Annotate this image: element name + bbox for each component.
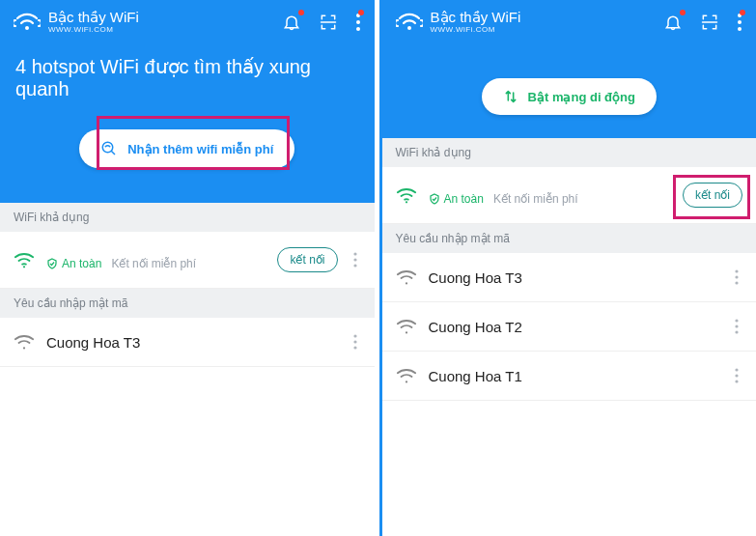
connect-button[interactable]: kết nối	[277, 247, 337, 272]
header: Bậc thầy WiFi WWW.WiFi.COM 4 hotspot WiF…	[0, 0, 375, 203]
section-needpw: Yêu cầu nhập mật mã	[0, 289, 375, 318]
section-available: WiFi khả dụng	[382, 138, 757, 167]
headline: 4 hotspot WiFi được tìm thấy xung quanh	[15, 55, 359, 100]
svg-point-21	[735, 282, 738, 285]
svg-point-24	[735, 325, 738, 328]
app-name: Bậc thầy WiFi	[431, 10, 521, 26]
network-name: Cuong Hoa T3	[429, 269, 720, 286]
svg-point-4	[102, 143, 113, 154]
available-network-row[interactable]: An toàn Kết nối miễn phí kết nối	[382, 167, 757, 224]
svg-point-12	[353, 347, 356, 350]
app-name: Bậc thầy WiFi	[48, 10, 139, 26]
svg-point-0	[25, 26, 29, 30]
cta-label: Bật mạng di động	[528, 90, 635, 104]
left-pane: Bậc thầy WiFi WWW.WiFi.COM 4 hotspot WiF…	[0, 0, 375, 536]
svg-point-10	[353, 335, 356, 338]
row-more-icon[interactable]	[350, 334, 361, 350]
safe-badge: An toàn	[429, 192, 484, 206]
svg-point-20	[735, 276, 738, 279]
wifi-signal-icon	[14, 333, 35, 351]
svg-point-6	[353, 253, 356, 256]
logo: Bậc thầy WiFi WWW.WiFi.COM	[396, 10, 657, 34]
svg-point-26	[405, 381, 406, 383]
scan-icon[interactable]	[319, 13, 338, 32]
row-more-icon[interactable]	[350, 252, 361, 268]
svg-point-8	[353, 265, 356, 268]
section-needpw: Yêu cầu nhập mật mã	[382, 224, 757, 253]
svg-point-9	[23, 348, 25, 350]
app-url: WWW.WiFi.COM	[48, 26, 139, 35]
section-available: WiFi khả dụng	[0, 203, 375, 232]
svg-point-3	[356, 27, 360, 31]
app-url: WWW.WiFi.COM	[431, 26, 521, 35]
more-icon[interactable]	[737, 13, 742, 32]
row-more-icon[interactable]	[731, 368, 742, 383]
wifi-signal-icon	[396, 186, 417, 204]
password-network-row[interactable]: Cuong Hoa T3	[382, 253, 757, 302]
svg-point-7	[353, 259, 356, 262]
svg-point-2	[356, 20, 360, 24]
more-icon[interactable]	[355, 13, 361, 32]
svg-point-28	[735, 375, 738, 378]
svg-point-16	[738, 27, 742, 31]
password-network-row[interactable]: Cuong Hoa T1	[382, 352, 757, 401]
row-more-icon[interactable]	[731, 319, 742, 334]
search-wifi-icon	[100, 140, 118, 157]
network-name: Cuong Hoa T2	[429, 319, 720, 335]
header: Bậc thầy WiFi WWW.WiFi.COM	[382, 0, 757, 138]
wifi-logo-icon	[14, 13, 41, 32]
svg-point-29	[735, 381, 738, 383]
svg-point-11	[353, 341, 356, 344]
wifi-signal-icon	[14, 251, 35, 268]
titlebar: Bậc thầy WiFi WWW.WiFi.COM	[396, 10, 743, 34]
right-pane: Bậc thầy WiFi WWW.WiFi.COM	[379, 0, 757, 536]
row-more-icon[interactable]	[731, 269, 742, 285]
wifi-logo-icon	[396, 13, 423, 32]
data-arrows-icon	[503, 89, 518, 104]
logo: Bậc thầy WiFi WWW.WiFi.COM	[14, 10, 274, 34]
svg-point-27	[735, 369, 738, 372]
scan-icon[interactable]	[700, 13, 719, 32]
bell-icon[interactable]	[663, 13, 683, 32]
connect-button[interactable]: kết nối	[683, 183, 742, 208]
free-connect-label: Kết nối miễn phí	[493, 192, 578, 206]
password-network-row[interactable]: Cuong Hoa T3	[0, 318, 375, 367]
safe-badge: An toàn	[46, 257, 101, 270]
network-name: Cuong Hoa T3	[46, 334, 338, 351]
bell-icon[interactable]	[282, 13, 301, 32]
wifi-signal-icon	[396, 367, 417, 384]
svg-point-19	[735, 270, 738, 273]
wifi-signal-icon	[396, 318, 417, 335]
svg-point-25	[735, 331, 738, 334]
cta-label: Nhận thêm wifi miễn phí	[127, 142, 273, 156]
password-network-row[interactable]: Cuong Hoa T2	[382, 302, 757, 352]
get-free-wifi-button[interactable]: Nhận thêm wifi miễn phí	[79, 129, 294, 168]
svg-point-17	[405, 202, 406, 204]
enable-mobile-data-button[interactable]: Bật mạng di động	[482, 78, 657, 115]
svg-point-5	[23, 267, 25, 268]
svg-point-13	[407, 26, 411, 30]
network-name: Cuong Hoa T1	[429, 368, 720, 384]
available-network-row[interactable]: An toàn Kết nối miễn phí kết nối	[0, 232, 375, 289]
free-connect-label: Kết nối miễn phí	[111, 257, 196, 270]
svg-point-18	[405, 283, 406, 285]
svg-point-23	[735, 320, 738, 323]
titlebar: Bậc thầy WiFi WWW.WiFi.COM	[14, 10, 361, 34]
svg-point-22	[405, 332, 406, 334]
svg-point-15	[738, 20, 742, 24]
wifi-signal-icon	[396, 268, 417, 286]
